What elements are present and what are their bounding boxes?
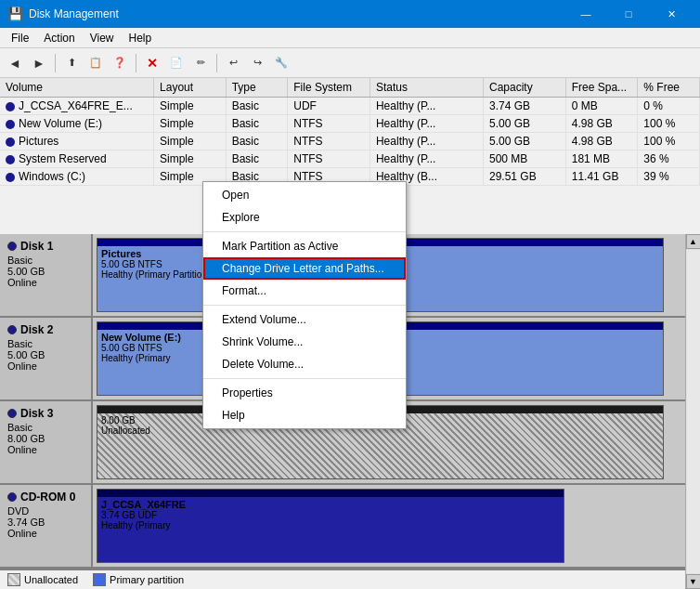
main-area: Volume Layout Type File System Status Ca…	[0, 78, 700, 589]
cell-type: Basic	[226, 98, 288, 115]
disk-type: Basic	[7, 422, 84, 433]
menu-action[interactable]: Action	[36, 30, 82, 46]
partition-sublabel: 3.74 GB UDF	[101, 510, 560, 520]
legend-unallocated-box	[7, 573, 20, 586]
cell-pctfree: 100 %	[638, 115, 700, 133]
window-title: Disk Management	[29, 7, 119, 20]
refresh-button[interactable]: 🔧	[270, 52, 292, 74]
help-toolbar-button[interactable]: ❓	[109, 52, 131, 74]
menu-bar: File Action View Help	[0, 28, 700, 48]
col-header-capacity[interactable]: Capacity	[483, 78, 565, 98]
disk-label: Disk 1 Basic 5.00 GB Online	[0, 234, 93, 316]
cell-layout: Simple	[154, 133, 227, 151]
disk-type: Basic	[7, 338, 84, 349]
col-header-pctfree[interactable]: % Free	[638, 78, 700, 98]
menu-file[interactable]: File	[4, 30, 36, 46]
ctx-separator	[203, 305, 406, 306]
delete-button[interactable]: ✕	[141, 52, 163, 74]
cell-layout: Simple	[154, 98, 227, 115]
forward-button[interactable]: ►	[28, 52, 50, 74]
disk-scrollbar[interactable]: ▲ ▼	[685, 234, 700, 589]
ctx-menu-item[interactable]: Help	[203, 404, 406, 426]
ctx-menu-item[interactable]: Delete Volume...	[203, 353, 406, 375]
cell-type: Basic	[226, 115, 288, 133]
ctx-menu-item[interactable]: Shrink Volume...	[203, 331, 406, 353]
cell-pctfree: 0 %	[638, 98, 700, 115]
legend-unallocated-label: Unallocated	[24, 574, 78, 585]
toolbar-sep-3	[216, 54, 217, 72]
disk-drive-icon	[7, 325, 17, 334]
col-header-status[interactable]: Status	[369, 78, 483, 98]
undo-button[interactable]: ↩	[222, 52, 244, 74]
table-row[interactable]: Pictures Simple Basic NTFS Healthy (P...…	[0, 133, 700, 151]
disk-segments: J_CCSA_X64FRE 3.74 GB UDF Healthy (Prima…	[93, 485, 685, 567]
menu-view[interactable]: View	[83, 30, 122, 46]
col-header-volume[interactable]: Volume	[0, 78, 154, 98]
disk-name: Disk 1	[20, 240, 53, 253]
new-button[interactable]: 📄	[165, 52, 188, 74]
col-header-layout[interactable]: Layout	[154, 78, 227, 98]
ctx-separator	[203, 231, 406, 232]
table-row[interactable]: System Reserved Simple Basic NTFS Health…	[0, 151, 700, 168]
disk-drive-icon	[7, 242, 17, 251]
col-header-fs[interactable]: File System	[288, 78, 370, 98]
disk-status: Online	[7, 444, 84, 455]
partition-block[interactable]: J_CCSA_X64FRE 3.74 GB UDF Healthy (Prima…	[97, 489, 564, 563]
partition-header	[97, 490, 564, 497]
ctx-menu-item[interactable]: Open	[203, 184, 406, 206]
scroll-track	[687, 250, 700, 573]
toolbar-sep-1	[55, 54, 56, 72]
cell-status: Healthy (P...	[369, 133, 483, 151]
maximize-button[interactable]: □	[607, 0, 650, 28]
cell-free: 11.41 GB	[565, 168, 638, 186]
ctx-menu-item[interactable]: Format...	[203, 280, 406, 302]
legend-primary: Primary partition	[93, 573, 184, 586]
ctx-menu-item[interactable]: Mark Partition as Active	[203, 235, 406, 257]
disk-label: Disk 2 Basic 5.00 GB Online	[0, 318, 93, 399]
cell-capacity: 500 MB	[483, 151, 565, 168]
context-menu: OpenExploreMark Partition as ActiveChang…	[202, 181, 407, 429]
disk-row: CD-ROM 0 DVD 3.74 GB Online J_CCSA_X64FR…	[0, 485, 685, 569]
col-header-type[interactable]: Type	[226, 78, 288, 98]
back-button[interactable]: ◄	[4, 52, 26, 74]
cell-free: 4.98 GB	[565, 115, 638, 133]
cell-free: 181 MB	[565, 151, 638, 168]
disk-drive-icon	[7, 409, 17, 418]
cell-capacity: 29.51 GB	[483, 168, 565, 186]
rename-button[interactable]: ✏	[189, 52, 212, 74]
cell-status: Healthy (P...	[369, 151, 483, 168]
up-button[interactable]: ⬆	[60, 52, 83, 74]
ctx-menu-item[interactable]: Change Drive Letter and Paths...	[203, 257, 406, 280]
disk-type: DVD	[7, 505, 84, 517]
cell-fs: UDF	[288, 98, 370, 115]
cell-status: Healthy (P...	[369, 98, 483, 115]
menu-help[interactable]: Help	[122, 30, 160, 46]
redo-button[interactable]: ↪	[246, 52, 268, 74]
disk-size: 8.00 GB	[7, 433, 84, 444]
minimize-button[interactable]: —	[564, 0, 607, 28]
close-button[interactable]: ✕	[650, 0, 693, 28]
disk-label: CD-ROM 0 DVD 3.74 GB Online	[0, 485, 93, 567]
disk-size: 5.00 GB	[7, 266, 84, 277]
cell-free: 4.98 GB	[565, 133, 638, 151]
cell-pctfree: 100 %	[638, 133, 700, 151]
ctx-menu-item[interactable]: Properties	[203, 382, 406, 404]
table-row[interactable]: New Volume (E:) Simple Basic NTFS Health…	[0, 115, 700, 133]
scroll-up-arrow[interactable]: ▲	[686, 234, 701, 249]
cell-type: Basic	[226, 151, 288, 168]
disk-name: Disk 2	[20, 323, 53, 336]
cell-pctfree: 39 %	[638, 168, 700, 186]
title-bar-left: 💾 Disk Management	[7, 7, 119, 21]
table-row[interactable]: J_CCSA_X64FRE_E... Simple Basic UDF Heal…	[0, 98, 700, 115]
properties-button[interactable]: 📋	[84, 52, 107, 74]
cell-volume: New Volume (E:)	[0, 115, 154, 133]
col-header-freespace[interactable]: Free Spa...	[565, 78, 638, 98]
disk-status: Online	[7, 528, 84, 539]
scroll-down-arrow[interactable]: ▼	[686, 574, 701, 589]
cell-volume: System Reserved	[0, 151, 154, 168]
ctx-menu-item[interactable]: Explore	[203, 206, 406, 229]
toolbar: ◄ ► ⬆ 📋 ❓ ✕ 📄 ✏ ↩ ↪ 🔧	[0, 48, 700, 78]
ctx-menu-item[interactable]: Extend Volume...	[203, 308, 406, 331]
legend-primary-label: Primary partition	[110, 574, 184, 585]
legend-bar: Unallocated Primary partition	[0, 569, 685, 589]
